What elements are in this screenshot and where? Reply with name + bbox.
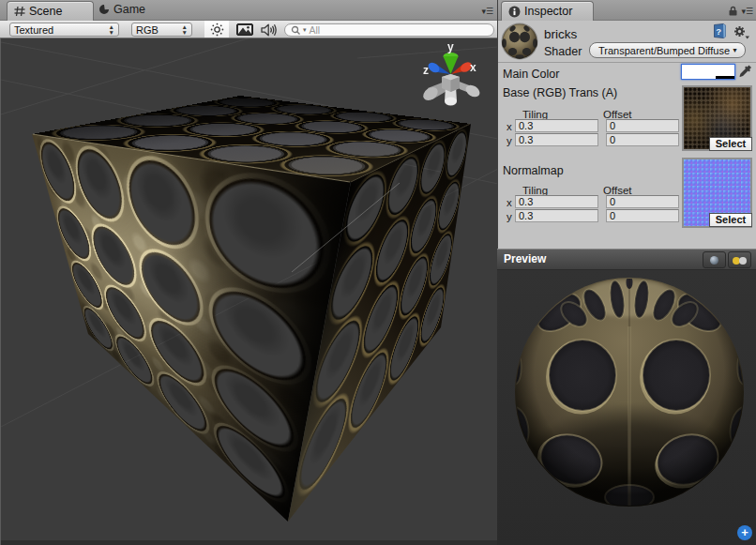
svg-text:x: x <box>470 61 476 74</box>
svg-text:y: y <box>447 40 454 53</box>
svg-text:?: ? <box>716 26 721 37</box>
svg-text:z: z <box>423 64 429 77</box>
